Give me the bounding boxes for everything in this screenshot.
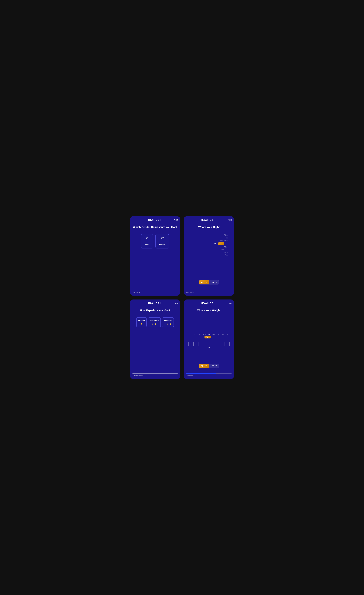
back-button-3[interactable]: ← <box>132 302 135 305</box>
advanced-card[interactable]: Advanced ⚡ ⚡ ⚡ <box>162 317 174 327</box>
wl-78: 78 <box>207 334 211 335</box>
back-button-1[interactable]: ← <box>132 219 135 221</box>
female-option[interactable]: Female <box>156 234 169 248</box>
gender-options: Male <box>141 234 169 248</box>
height-tick-745 <box>220 252 222 252</box>
next-button-2[interactable]: Next <box>228 219 232 221</box>
weight-unit-toggle[interactable]: kg - cm lbs - ft <box>199 364 219 368</box>
male-label: Male <box>145 244 149 246</box>
bolt-2b: ⚡ <box>154 323 157 325</box>
height-unit-toggle[interactable]: kg - cm lbs - ft <box>199 280 219 284</box>
height-val-735: 73.5 <box>224 246 228 248</box>
logo-text-2: BAHEZ <box>203 219 214 221</box>
progress-bar-bg-4 <box>186 373 232 374</box>
height-val-725: 72.5 <box>224 239 228 241</box>
height-active-badge: 73 <box>218 242 224 245</box>
screen-gender: ← BAHEZ Next Whi <box>130 216 180 296</box>
height-val-745: 74.5 <box>224 251 228 254</box>
screen-weight: ← BAHEZ Next Wha <box>184 299 234 379</box>
weight-active-value: 78 <box>206 336 207 338</box>
bolt-1: ⚡ <box>140 323 143 325</box>
progress-bar-bg-3 <box>132 373 178 374</box>
beginner-bolts: ⚡ <box>140 323 143 325</box>
male-option[interactable]: Male <box>141 234 153 248</box>
bolt-3b: ⚡ <box>167 323 169 325</box>
back-button-2[interactable]: ← <box>186 219 189 221</box>
wt-765 <box>193 342 194 346</box>
screen-4-body: Whats Your Weight 76 76.5 77 77.5 78 78.… <box>184 306 234 372</box>
logo-3: BAHEZ <box>148 302 161 305</box>
screen-1-progress: 1 of 3 steps <box>130 288 180 296</box>
weight-unit-label: kg <box>188 347 230 348</box>
height-tick-75 <box>221 255 224 255</box>
unit-kg-cm-btn[interactable]: kg - cm <box>199 280 209 284</box>
intermediate-card[interactable]: Intermediate ⚡ ⚡ <box>148 317 161 327</box>
height-row-735: 73.5 <box>186 246 228 248</box>
unit-lbs-ft-btn[interactable]: lbs - ft <box>209 280 219 284</box>
height-row-73: cm 73 ◄ <box>186 242 228 245</box>
weight-unit-lbs-ft-btn[interactable]: lbs - ft <box>209 364 219 368</box>
bolt-2a: ⚡ <box>152 323 154 325</box>
weight-unit-kg-cm-btn[interactable]: kg - cm <box>199 364 209 368</box>
bolt-3a: ⚡ <box>164 323 166 325</box>
experience-question-title: How Experince Are You? <box>140 309 170 312</box>
wt-78 <box>209 341 209 346</box>
screen-4-header: ← BAHEZ Next <box>184 299 234 306</box>
logo-text-3: BAHEZ <box>149 302 160 305</box>
wt-785 <box>214 342 214 346</box>
beginner-card[interactable]: Beginner ⚡ <box>136 317 147 327</box>
female-label: Female <box>159 244 165 246</box>
wt-775 <box>204 342 204 346</box>
svg-point-6 <box>162 237 163 239</box>
height-tick-74 <box>221 249 224 250</box>
weight-labels: 76 76.5 77 77.5 78 78.5 79 79.5 80 <box>188 334 230 335</box>
progress-bar-bg-1 <box>132 290 178 290</box>
experience-cards: Beginner ⚡ Intermediate ⚡ ⚡ <box>136 317 174 327</box>
wl-785: 78.5 <box>211 334 216 335</box>
female-icon <box>160 237 164 242</box>
screen-height: ← BAHEZ Next Wha <box>184 216 234 296</box>
wt-76 <box>188 342 189 346</box>
next-button-3[interactable]: Next <box>174 302 178 304</box>
bolt-3c: ⚡ <box>169 323 172 325</box>
height-row-75: 75 <box>186 254 228 256</box>
progress-bar-bg-2 <box>186 290 232 290</box>
height-tick-72 <box>221 238 224 238</box>
height-val-715: 71.5 <box>224 234 228 236</box>
screen-2-progress: 2 of 3 steps <box>184 288 234 296</box>
weight-badge-unit: ▼ <box>208 337 210 338</box>
logo-text-4: BAHEZ <box>203 302 214 305</box>
wl-79: 79 <box>216 334 221 335</box>
height-active-value: 73 <box>220 243 222 245</box>
wl-795: 79.5 <box>220 334 225 335</box>
screen-3-header: ← BAHEZ Next <box>130 299 180 306</box>
height-row-715: 71.5 <box>186 234 228 236</box>
intermediate-bolts: ⚡ ⚡ <box>152 323 157 325</box>
height-row-74: 74 <box>186 248 228 251</box>
unit-label-cm: cm <box>214 243 216 245</box>
logo-2: BAHEZ <box>201 219 215 221</box>
height-row-745: 74.5 <box>186 251 228 254</box>
next-button-1[interactable]: Next <box>174 219 178 221</box>
screen-4-progress: 2 of 3 steps <box>184 372 234 379</box>
progress-bar-fill-1 <box>132 290 147 290</box>
screens-grid: ← BAHEZ Next Whi <box>130 216 234 379</box>
weight-slider-section[interactable]: 76 76.5 77 77.5 78 78.5 79 79.5 80 <box>186 334 231 348</box>
wl-80: 80 <box>225 334 230 335</box>
screen-2-header: ← BAHEZ Next <box>184 216 234 223</box>
height-val-72: 72 <box>225 237 228 239</box>
next-button-4[interactable]: Next <box>228 302 232 304</box>
back-button-4[interactable]: ← <box>186 302 189 305</box>
page-wrapper: ← BAHEZ Next Whi <box>128 212 236 383</box>
height-row-72: 72 <box>186 237 228 239</box>
progress-label-1: 1 of 3 steps <box>132 291 140 293</box>
screen-3-progress: 3 of 3 final steps <box>130 372 180 379</box>
wt-77 <box>199 342 199 346</box>
logo-text-1: BAHEZ <box>149 219 160 221</box>
progress-label-4: 2 of 3 steps <box>186 375 193 376</box>
progress-bar-fill-4 <box>186 373 216 374</box>
wl-775: 77.5 <box>202 334 207 335</box>
height-scroll[interactable]: 71.5 72 72.5 <box>186 234 231 256</box>
male-icon <box>145 237 150 242</box>
weight-active-badge: 78 ▼ <box>204 336 211 339</box>
